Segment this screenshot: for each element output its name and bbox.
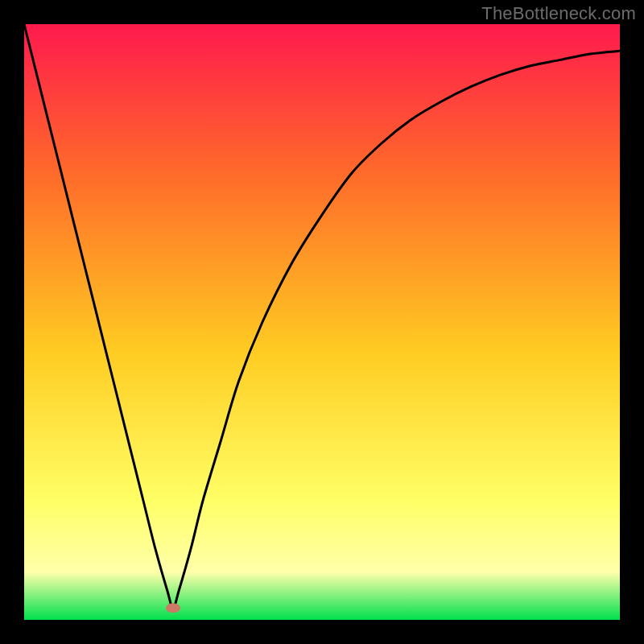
gradient-background xyxy=(24,24,620,620)
watermark-text: TheBottleneck.com xyxy=(481,3,636,24)
minimum-marker xyxy=(166,603,180,613)
chart-frame: TheBottleneck.com xyxy=(0,0,644,644)
chart-plot xyxy=(24,24,620,620)
